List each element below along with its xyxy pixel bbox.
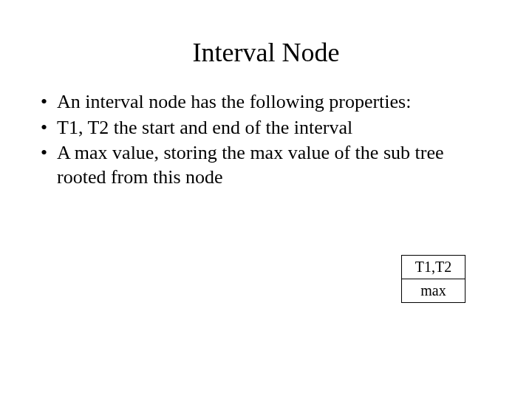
list-item: An interval node has the following prope… [41,90,491,115]
bullet-list: An interval node has the following prope… [41,90,491,189]
list-item: T1, T2 the start and end of the interval [41,116,491,140]
interval-node-diagram: T1,T2 max [401,255,466,303]
page-title: Interval Node [0,37,532,68]
node-top-cell: T1,T2 [402,256,465,279]
node-bottom-cell: max [402,279,465,302]
list-item: A max value, storing the max value of th… [41,141,491,189]
